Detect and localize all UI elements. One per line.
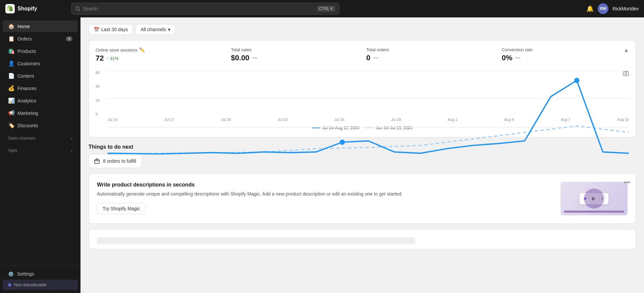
username: RickMortdev: [612, 6, 639, 11]
nav-right: 🔔 RM RickMortdev: [586, 3, 639, 14]
online-sessions-change: ↑ 31%: [106, 56, 118, 61]
settings-item[interactable]: ⚙️ Settings: [3, 269, 78, 279]
online-sessions-label: Online store sessions: [96, 48, 137, 53]
promo-more-button[interactable]: •••: [624, 179, 630, 186]
orders-badge: 9: [66, 36, 72, 41]
non-transferable-item[interactable]: Non-transferable: [3, 280, 78, 290]
sidebar-label-products: Products: [17, 49, 36, 54]
sales-channels-label: Sales channels: [8, 136, 35, 141]
chart-y-labels: 60 40 20 0: [96, 71, 106, 116]
promo-card-2: [89, 229, 636, 249]
chart-x-labels: Jul 14 Jul 17 Jul 20 Jul 23 Jul 26 Jul 2…: [108, 118, 629, 124]
apps-label: Apps: [8, 148, 17, 153]
online-sessions-value-row: 72 ↑ 31%: [96, 54, 218, 63]
date-filter-button[interactable]: 📅 Last 30 days: [89, 24, 133, 35]
collapse-button[interactable]: ▲: [624, 47, 629, 53]
search-bar[interactable]: Search CTRL K: [71, 3, 339, 15]
conversion-rate-dash: —: [515, 55, 520, 61]
box-icon: [94, 158, 100, 164]
apps-section[interactable]: Apps ›: [3, 145, 78, 156]
total-sales-label: Total sales: [231, 47, 353, 52]
sidebar-item-customers[interactable]: 👤 Customers: [3, 58, 78, 69]
channel-filter-button[interactable]: All channels ▾: [136, 24, 175, 35]
non-transferable-dot: [8, 283, 11, 287]
top-navigation: Shopify Search CTRL K 🔔 RM RickMortdev: [0, 0, 644, 17]
sidebar-label-discounts: Discounts: [17, 123, 38, 128]
app-name: Shopify: [17, 6, 37, 12]
total-sales-dash: —: [252, 55, 258, 61]
sidebar-item-marketing[interactable]: 📢 Marketing: [3, 107, 78, 119]
svg-point-7: [340, 140, 345, 145]
sidebar-item-content[interactable]: 📄 Content: [3, 70, 78, 82]
sidebar-item-home[interactable]: 🏠 Home: [3, 20, 78, 32]
total-sales-value: $0.00: [231, 54, 250, 62]
chart-area: 60 40 20 0: [96, 71, 629, 124]
svg-rect-9: [95, 160, 99, 163]
stats-top-row: Online store sessions ✏️ 72 ↑ 31% Total …: [96, 47, 629, 68]
channel-chevron-icon: ▾: [168, 27, 170, 32]
analytics-icon: 📊: [8, 97, 14, 104]
settings-icon: ⚙️: [8, 271, 14, 277]
sidebar-label-content: Content: [17, 73, 34, 79]
promo-content: Write product descriptions in seconds Au…: [97, 182, 555, 214]
date-filter-label: Last 30 days: [101, 27, 128, 32]
promo-title: Write product descriptions in seconds: [97, 182, 555, 188]
sidebar-item-discounts[interactable]: 🏷️ Discounts: [3, 120, 78, 131]
sidebar-label-finances: Finances: [17, 86, 37, 91]
products-icon: 🛍️: [8, 48, 14, 54]
finances-icon: 💰: [8, 85, 14, 91]
apps-chevron-icon: ›: [71, 148, 72, 153]
total-orders-value-row: 0 —: [366, 54, 488, 62]
edit-icon[interactable]: ✏️: [139, 47, 145, 53]
online-sessions-value: 72: [96, 54, 104, 63]
logo-area[interactable]: Shopify: [5, 4, 66, 13]
stat-conversion-rate: Conversion rate 0% —: [502, 47, 624, 62]
shopify-logo-icon: [5, 4, 15, 13]
non-transferable-label: Non-transferable: [14, 282, 47, 287]
stat-total-orders: Total orders 0 —: [366, 47, 488, 62]
chevron-right-icon: ›: [71, 136, 72, 141]
stats-card: Online store sessions ✏️ 72 ↑ 31% Total …: [89, 40, 636, 137]
total-sales-value-row: $0.00 —: [231, 54, 353, 62]
sidebar-item-products[interactable]: 🛍️ Products: [3, 45, 78, 57]
promo-card-magic: Write product descriptions in seconds Au…: [89, 173, 636, 224]
sales-channels-section[interactable]: Sales channels ›: [3, 133, 78, 144]
try-shopify-magic-button[interactable]: Try Shopify Magic: [97, 203, 146, 214]
settings-label: Settings: [17, 271, 34, 277]
sidebar-item-finances[interactable]: 💰 Finances: [3, 82, 78, 94]
notifications-button[interactable]: 🔔: [586, 5, 594, 12]
promo-description: Automatically generate unique and compel…: [97, 191, 555, 198]
search-placeholder: Search: [83, 6, 98, 11]
sidebar-label-home: Home: [17, 24, 30, 29]
promo-image: ✦ B I: [560, 182, 628, 215]
chart-svg: [108, 71, 629, 155]
sidebar-label-customers: Customers: [17, 61, 40, 66]
sidebar-label-orders: Orders: [17, 36, 32, 42]
sidebar-item-analytics[interactable]: 📊 Analytics: [3, 95, 78, 106]
online-sessions-label-row: Online store sessions ✏️: [96, 47, 218, 53]
sidebar-item-orders[interactable]: 📋 Orders 9: [3, 33, 78, 45]
orders-fulfill-button[interactable]: 8 orders to fulfill: [89, 154, 142, 168]
total-orders-label: Total orders: [366, 47, 488, 52]
sidebar-label-marketing: Marketing: [17, 111, 38, 116]
conversion-rate-label: Conversion rate: [502, 47, 624, 52]
svg-point-8: [574, 78, 580, 83]
stats-metrics-row: Online store sessions ✏️ 72 ↑ 31% Total …: [96, 47, 624, 63]
orders-fulfill-label: 8 orders to fulfill: [103, 158, 136, 164]
content-icon: 📄: [8, 73, 14, 79]
calendar-icon: 📅: [94, 27, 99, 32]
total-orders-value: 0: [366, 54, 370, 62]
conversion-rate-value: 0%: [502, 54, 513, 62]
stat-online-sessions: Online store sessions ✏️ 72 ↑ 31%: [96, 47, 218, 63]
discounts-icon: 🏷️: [8, 122, 14, 129]
avatar: RM: [598, 3, 608, 14]
sidebar-bottom: ⚙️ Settings Non-transferable: [0, 265, 80, 290]
stat-total-sales: Total sales $0.00 —: [231, 47, 353, 62]
filter-row: 📅 Last 30 days All channels ▾: [89, 24, 636, 35]
main-content: 📅 Last 30 days All channels ▾ Online sto…: [80, 17, 644, 293]
customers-icon: 👤: [8, 60, 14, 67]
total-orders-dash: —: [373, 55, 378, 61]
channel-filter-label: All channels: [141, 27, 166, 32]
promo-bar: [564, 211, 624, 213]
sidebar: 🏠 Home 📋 Orders 9 🛍️ Products 👤 Customer…: [0, 17, 80, 293]
